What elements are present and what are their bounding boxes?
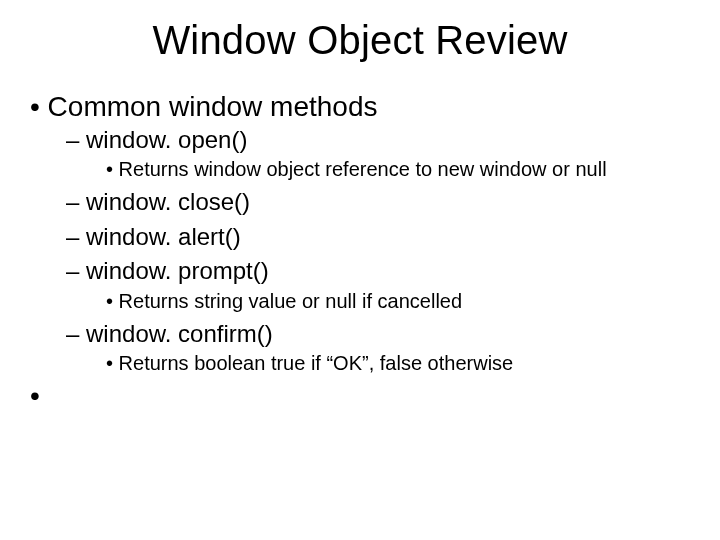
l1-text: Common window methods [48,91,378,122]
slide-title: Window Object Review [30,18,690,63]
slide: Window Object Review Common window metho… [0,0,720,540]
method-alert: window. alert() [66,221,690,253]
method-open: window. open() Returns window object ref… [66,124,690,182]
method-open-text: window. open() [86,126,247,153]
bullet-level-2: window. open() Returns window object ref… [66,124,690,376]
l1-item-methods: Common window methods window. open() Ret… [30,89,690,376]
empty-bullet: • [30,380,690,412]
bullet-level-3: Returns window object reference to new w… [106,156,690,182]
bullet-level-3: Returns boolean true if “OK”, false othe… [106,350,690,376]
prompt-note: Returns string value or null if cancelle… [106,288,660,314]
open-note: Returns window object reference to new w… [106,156,660,182]
bullet-level-1: Common window methods window. open() Ret… [30,89,690,376]
method-close: window. close() [66,186,690,218]
bullet-level-3: Returns string value or null if cancelle… [106,288,690,314]
confirm-note: Returns boolean true if “OK”, false othe… [106,350,660,376]
method-confirm: window. confirm() Returns boolean true i… [66,318,690,376]
method-prompt-text: window. prompt() [86,257,269,284]
method-confirm-text: window. confirm() [86,320,273,347]
method-prompt: window. prompt() Returns string value or… [66,255,690,313]
